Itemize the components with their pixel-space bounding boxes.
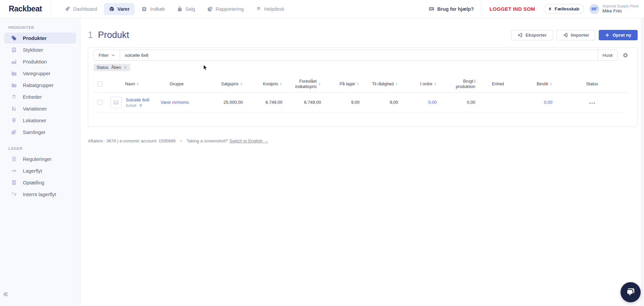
product-group-link[interactable]: Varer m/moms (161, 100, 189, 105)
search-input[interactable] (120, 50, 598, 60)
filter-dropdown[interactable]: Filter (94, 50, 120, 60)
chevron-down-icon (111, 53, 115, 57)
nav-item-varer[interactable]: Varer (104, 3, 135, 15)
column-header-bestilt[interactable]: Bestilt (517, 76, 556, 92)
sidebar-item-label: Internt lagerflyt (23, 191, 56, 197)
sidebar: PRODUKTER Produkter Styklister Produktio… (0, 18, 80, 306)
chip-value: Åben (111, 65, 121, 70)
settings-gear-icon[interactable] (622, 52, 629, 58)
map-pin-icon (11, 118, 17, 123)
row-actions-dots[interactable] (588, 101, 596, 105)
cell-i-ordre-link[interactable]: 0,00 (428, 100, 437, 105)
sidebar-item-samlinger[interactable]: Samlinger (4, 127, 76, 138)
chat-bubbles-icon (626, 287, 636, 297)
sidebar-item-enheder[interactable]: Enheder (4, 91, 76, 102)
layers-icon (256, 6, 261, 12)
cell-pa-lager: 9,00 (324, 92, 363, 112)
cell-bestilt-link[interactable]: 0,00 (544, 100, 552, 105)
sidebar-item-label: Enheder (23, 94, 42, 100)
box-arrow-down-icon (142, 6, 147, 12)
rackbeat-logo[interactable]: Rackbeat (0, 4, 51, 13)
help-label: Brug for hjælp? (437, 6, 474, 12)
sidebar-item-internt-lagerflyt[interactable]: Internt lagerflyt (4, 189, 76, 200)
sidebar-item-lokationer[interactable]: Lokationer (4, 115, 76, 126)
logged-in-as[interactable]: LOGGET IND SOM (490, 6, 535, 12)
screenshot-question: Taking a screenshot? (186, 138, 228, 143)
chip-remove-icon[interactable] (124, 66, 127, 69)
nav-label: Indkøb (150, 6, 165, 12)
folder-icon (11, 82, 17, 88)
sidebar-item-rabatgrupper[interactable]: Rabatgrupper (4, 80, 76, 91)
column-header-foreslaet-indkobspris[interactable]: Foreslået indkøbspris (286, 76, 324, 92)
agreement-info: Aftalenr.: 3674 | e-conomic account: 159… (88, 138, 175, 143)
column-header-navn[interactable]: Navn (107, 76, 157, 92)
sidebar-item-produktion[interactable]: Produktion (4, 56, 76, 67)
product-count: 1 (88, 30, 93, 40)
main-nav: Dashboard Varer Indkøb Salg Rapportering (60, 3, 289, 15)
sidebar-collapse-button[interactable] (1, 290, 10, 299)
sidebar-item-lagerflyt[interactable]: Lagerflyt (4, 165, 76, 176)
variants-icon (11, 106, 17, 112)
top-navbar: Rackbeat Dashboard Varer Indkøb Salg (0, 0, 644, 18)
sidebar-item-label: Variationer (23, 106, 47, 112)
sidebar-item-label: Styklister (23, 47, 43, 53)
shopping-bag-icon (177, 6, 182, 12)
sidebar-item-label: Varegrupper (23, 71, 50, 76)
nav-label: Dashboard (73, 6, 97, 12)
column-header-i-ordre[interactable]: I ordre (401, 76, 440, 92)
export-button[interactable]: Eksporter (511, 30, 553, 40)
page-actions: Eksporter Importer Opret ny (511, 30, 638, 40)
sidebar-item-label: Lokationer (23, 118, 46, 123)
sidebar-item-label: Samlinger (23, 129, 46, 135)
sidebar-item-styklister[interactable]: Styklister (4, 44, 76, 55)
sort-icon (318, 82, 321, 86)
select-all-checkbox[interactable] (98, 82, 103, 87)
product-image-placeholder[interactable] (110, 97, 122, 108)
user-menu[interactable]: MF Imperial Supply Fleet Mike Friis (589, 4, 639, 14)
chat-widget-button[interactable] (621, 282, 641, 302)
sort-icon (240, 82, 243, 86)
sidebar-item-label: Rabatgrupper (23, 82, 54, 88)
import-icon (563, 33, 568, 38)
sort-icon (136, 82, 139, 86)
column-header-til-radighed[interactable]: Til rådighed (363, 76, 401, 92)
nav-item-salg[interactable]: Salg (172, 3, 200, 15)
nav-item-dashboard[interactable]: Dashboard (60, 3, 102, 15)
column-header-enhed: Enhed (479, 76, 517, 92)
sidebar-item-reguleringer[interactable]: Reguleringer (4, 154, 76, 165)
remember-filter-button[interactable]: Husk (598, 50, 617, 60)
cell-kostpris: 6.749,00 (246, 92, 286, 112)
section-title: PRODUKTER (8, 26, 80, 30)
switch-to-english-link[interactable]: Switch to English → (229, 138, 268, 143)
sidebar-item-optaelling[interactable]: Optælling (4, 177, 76, 188)
column-header-status: Status (556, 76, 629, 92)
expand-double-chevron-icon[interactable] (139, 103, 143, 107)
sidebar-item-varegrupper[interactable]: Varegrupper (4, 68, 76, 79)
cube-icon (109, 6, 114, 12)
page-title: 1 Produkt (88, 30, 129, 40)
nav-item-helpdesk[interactable]: Helpdesk (251, 3, 289, 15)
arrow-right-icon (11, 168, 17, 174)
sidebar-item-label: Optælling (23, 180, 44, 185)
sidebar-item-variationer[interactable]: Variationer (4, 103, 76, 114)
copies-icon (11, 129, 17, 135)
cell-enhed (479, 92, 517, 112)
document-lines-icon (11, 47, 17, 53)
column-header-pa-lager[interactable]: På lager (324, 76, 363, 92)
row-checkbox[interactable] (98, 100, 103, 105)
scrollbar-track[interactable] (641, 18, 644, 306)
sidebar-item-produkter[interactable]: Produkter (4, 33, 76, 44)
folder-icon (11, 71, 17, 76)
create-new-button[interactable]: Opret ny (599, 30, 638, 40)
product-name-link[interactable]: Solcelle 6x6 (126, 97, 149, 103)
community-pill[interactable]: Fællesskab (544, 4, 584, 14)
remember-label: Husk (602, 53, 613, 58)
help-button[interactable]: Brug for hjælp? (429, 6, 474, 12)
column-header-salgspris[interactable]: Salgspris (196, 76, 246, 92)
nav-item-rapportering[interactable]: Rapportering (202, 3, 249, 15)
column-header-kostpris[interactable]: Kostpris (246, 76, 286, 92)
nav-item-indkob[interactable]: Indkøb (137, 3, 170, 15)
tag-icon (11, 35, 17, 41)
import-button[interactable]: Importer (556, 30, 596, 40)
product-list-card: Filter Husk Status Åb (88, 47, 638, 127)
